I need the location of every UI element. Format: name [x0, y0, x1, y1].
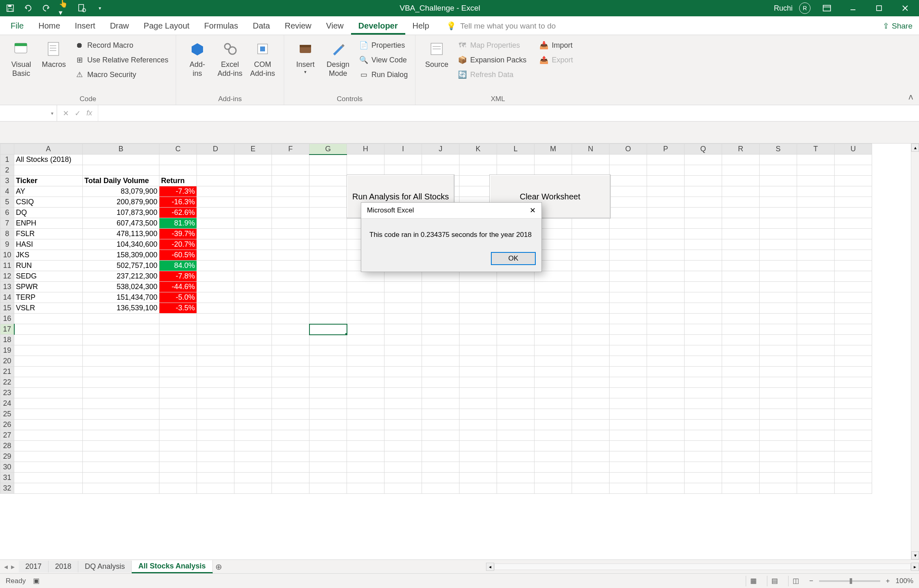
- cell-D5[interactable]: [197, 197, 234, 208]
- cell-Q6[interactable]: [685, 208, 722, 218]
- cell-R23[interactable]: [722, 388, 760, 398]
- expansion-packs-button[interactable]: 📦Expansion Packs: [455, 54, 529, 66]
- cell-C1[interactable]: [159, 155, 197, 165]
- col-header-J[interactable]: J: [422, 144, 460, 155]
- cell-F28[interactable]: [272, 441, 309, 451]
- undo-icon[interactable]: [23, 3, 33, 13]
- cell-S16[interactable]: [760, 314, 797, 324]
- maximize-button[interactable]: [869, 0, 889, 16]
- cell-S15[interactable]: [760, 303, 797, 314]
- cell-O11[interactable]: [610, 261, 647, 271]
- scroll-left-icon[interactable]: ◂: [486, 563, 494, 571]
- cell-B6[interactable]: 107,873,900: [83, 208, 159, 218]
- cell-O29[interactable]: [610, 451, 647, 462]
- cell-R11[interactable]: [722, 261, 760, 271]
- cell-D19[interactable]: [197, 345, 234, 356]
- cell-M24[interactable]: [535, 398, 572, 409]
- cell-C13[interactable]: -44.6%: [159, 282, 197, 292]
- row-header-19[interactable]: 19: [0, 345, 14, 356]
- cell-S2[interactable]: [760, 165, 797, 176]
- col-header-U[interactable]: U: [835, 144, 872, 155]
- cell-E11[interactable]: [234, 261, 272, 271]
- cell-J20[interactable]: [422, 356, 460, 367]
- cell-O6[interactable]: [610, 208, 647, 218]
- cell-F24[interactable]: [272, 398, 309, 409]
- row-header-14[interactable]: 14: [0, 292, 14, 303]
- design-mode-button[interactable]: Design Mode: [322, 38, 354, 78]
- cell-S22[interactable]: [760, 377, 797, 388]
- cell-P31[interactable]: [647, 473, 685, 483]
- tab-data[interactable]: Data: [245, 18, 277, 35]
- cell-M19[interactable]: [535, 345, 572, 356]
- cell-A9[interactable]: HASI: [14, 239, 83, 250]
- cell-S19[interactable]: [760, 345, 797, 356]
- cell-T2[interactable]: [797, 165, 835, 176]
- cell-M29[interactable]: [535, 451, 572, 462]
- cell-D3[interactable]: [197, 176, 234, 186]
- cell-N9[interactable]: [572, 239, 610, 250]
- cell-H17[interactable]: [347, 324, 384, 335]
- cell-H29[interactable]: [347, 451, 384, 462]
- cell-G21[interactable]: [309, 367, 347, 377]
- cell-O25[interactable]: [610, 409, 647, 420]
- row-header-25[interactable]: 25: [0, 409, 14, 420]
- print-preview-icon[interactable]: [77, 3, 87, 13]
- cell-C20[interactable]: [159, 356, 197, 367]
- cell-M17[interactable]: [535, 324, 572, 335]
- cell-K32[interactable]: [460, 483, 497, 494]
- page-layout-view-icon[interactable]: ▤: [767, 576, 782, 586]
- row-header-28[interactable]: 28: [0, 441, 14, 451]
- cell-B7[interactable]: 607,473,500: [83, 218, 159, 229]
- cell-F8[interactable]: [272, 229, 309, 239]
- cell-N21[interactable]: [572, 367, 610, 377]
- cell-F14[interactable]: [272, 292, 309, 303]
- cell-L17[interactable]: [497, 324, 535, 335]
- cell-H20[interactable]: [347, 356, 384, 367]
- cell-P2[interactable]: [647, 165, 685, 176]
- cell-P10[interactable]: [647, 250, 685, 261]
- row-header-13[interactable]: 13: [0, 282, 14, 292]
- cell-O21[interactable]: [610, 367, 647, 377]
- cell-P4[interactable]: [647, 186, 685, 197]
- cell-M20[interactable]: [535, 356, 572, 367]
- cell-F13[interactable]: [272, 282, 309, 292]
- cell-C14[interactable]: -5.0%: [159, 292, 197, 303]
- cell-E26[interactable]: [234, 420, 272, 430]
- cell-D21[interactable]: [197, 367, 234, 377]
- cell-N32[interactable]: [572, 483, 610, 494]
- sheet-nav[interactable]: ◂▸: [0, 562, 19, 571]
- cell-E27[interactable]: [234, 430, 272, 441]
- cell-Q2[interactable]: [685, 165, 722, 176]
- row-header-7[interactable]: 7: [0, 218, 14, 229]
- cell-R31[interactable]: [722, 473, 760, 483]
- cell-F22[interactable]: [272, 377, 309, 388]
- col-header-E[interactable]: E: [234, 144, 272, 155]
- cell-S30[interactable]: [760, 462, 797, 473]
- cell-P8[interactable]: [647, 229, 685, 239]
- cell-E22[interactable]: [234, 377, 272, 388]
- cell-P30[interactable]: [647, 462, 685, 473]
- cell-L16[interactable]: [497, 314, 535, 324]
- cell-U30[interactable]: [835, 462, 872, 473]
- cell-Q19[interactable]: [685, 345, 722, 356]
- cell-P19[interactable]: [647, 345, 685, 356]
- cell-N16[interactable]: [572, 314, 610, 324]
- cell-O32[interactable]: [610, 483, 647, 494]
- cell-D18[interactable]: [197, 335, 234, 345]
- insert-control-button[interactable]: Insert▾: [289, 38, 322, 75]
- import-button[interactable]: 📥Import: [537, 39, 575, 51]
- cell-C23[interactable]: [159, 388, 197, 398]
- cell-G1[interactable]: [309, 155, 347, 165]
- cell-Q11[interactable]: [685, 261, 722, 271]
- cell-N7[interactable]: [572, 218, 610, 229]
- sheet-tab-dq-analysis[interactable]: DQ Analysis: [78, 561, 132, 573]
- cell-L15[interactable]: [497, 303, 535, 314]
- cell-J25[interactable]: [422, 409, 460, 420]
- cell-A13[interactable]: SPWR: [14, 282, 83, 292]
- cell-K22[interactable]: [460, 377, 497, 388]
- cell-F23[interactable]: [272, 388, 309, 398]
- cell-T5[interactable]: [797, 197, 835, 208]
- cell-K20[interactable]: [460, 356, 497, 367]
- cell-Q12[interactable]: [685, 271, 722, 282]
- cell-R7[interactable]: [722, 218, 760, 229]
